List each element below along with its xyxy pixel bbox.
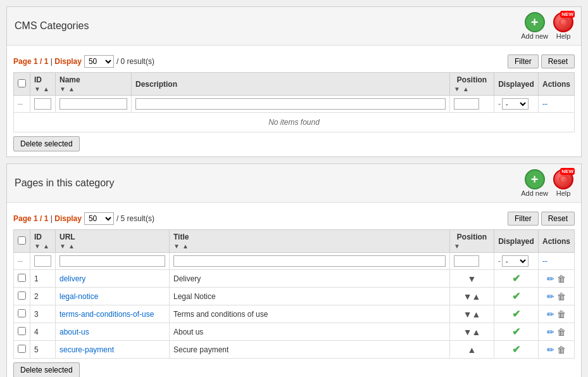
add-new-label: Add new	[521, 32, 548, 40]
row-url-cell: terms-and-conditions-of-use	[56, 305, 170, 323]
row-displayed-cell: ✔	[494, 341, 538, 359]
filter-actions-dash-2[interactable]: --	[542, 257, 547, 265]
row-url-link[interactable]: terms-and-conditions-of-use	[59, 310, 154, 319]
sort-name-desc-1[interactable]: ▲	[68, 86, 75, 93]
filter-pos-cell-1	[449, 96, 494, 113]
delete-button[interactable]: 🗑	[557, 274, 566, 284]
sort-name-asc-1[interactable]: ▼	[59, 86, 66, 93]
cms-categories-panel: CMS Categories + Add new ⭕ NEW Help	[6, 6, 582, 157]
sort-url-asc-2[interactable]: ▼	[59, 243, 66, 250]
filter-name-input-1[interactable]	[59, 98, 127, 110]
display-select-2[interactable]: 50 20 100	[84, 212, 114, 225]
row-url-cell: about-us	[56, 323, 170, 341]
edit-button[interactable]: ✏	[547, 327, 554, 337]
filter-title-cell-2	[170, 253, 450, 270]
position-down-icon[interactable]: ▼	[463, 291, 472, 302]
filter-dash-cell-1: --	[14, 96, 30, 113]
help-button-2[interactable]: ⭕ NEW Help	[553, 169, 573, 197]
edit-button[interactable]: ✏	[547, 309, 554, 319]
delete-selected-button-2[interactable]: Delete selected	[13, 362, 80, 377]
row-checkbox-1[interactable]	[18, 291, 26, 300]
row-position-cell: ▲	[449, 341, 494, 359]
filter-id-input-1[interactable]	[34, 98, 51, 110]
row-action-links: ✏🗑	[542, 291, 570, 302]
position-up-icon[interactable]: ▲	[468, 345, 477, 355]
filter-actions-dash-1[interactable]: --	[542, 99, 547, 108]
row-checkbox-2[interactable]	[18, 309, 26, 317]
delete-button[interactable]: 🗑	[557, 345, 566, 355]
th-title-label-2: Title	[173, 233, 446, 241]
filter-actions-cell-1: --	[538, 96, 574, 113]
delete-button[interactable]: 🗑	[557, 291, 566, 302]
row-url-link[interactable]: legal-notice	[59, 292, 98, 301]
row-url-link[interactable]: secure-payment	[59, 345, 114, 354]
table-row: 3terms-and-conditions-of-useTerms and co…	[14, 305, 575, 323]
position-down-icon[interactable]: ▼	[468, 274, 477, 284]
sort-pos-asc-1[interactable]: ▼	[454, 86, 460, 93]
filter-title-input-2[interactable]	[173, 255, 446, 267]
row-url-link[interactable]: delivery	[59, 274, 85, 283]
filter-name-cell-1	[56, 96, 132, 113]
help-button[interactable]: ⭕ NEW Help	[553, 12, 573, 40]
filter-desc-cell-1	[132, 96, 450, 113]
edit-button[interactable]: ✏	[547, 274, 554, 284]
filter-pos-input-1[interactable]	[454, 98, 479, 110]
filter-row-2: -- - - Yes No	[14, 253, 575, 270]
help-icon: ⭕ NEW	[553, 12, 573, 32]
sort-id-desc-1[interactable]: ▲	[43, 86, 49, 93]
position-up-icon[interactable]: ▲	[472, 327, 480, 337]
filter-pos-input-2[interactable]	[454, 255, 479, 267]
sort-title-desc-2[interactable]: ▲	[182, 243, 189, 250]
sort-id-desc-2[interactable]: ▲	[43, 243, 49, 250]
row-action-links: ✏🗑	[542, 274, 570, 284]
filter-url-cell-2	[56, 253, 170, 270]
select-all-checkbox-2[interactable]	[18, 236, 26, 245]
add-icon-2: +	[525, 169, 545, 189]
th-position-label-2: Position	[454, 233, 490, 241]
row-displayed-cell: ✔	[494, 270, 538, 288]
pages-category-table: ID ▼ ▲ URL ▼	[13, 229, 575, 359]
displayed-select-filter-1[interactable]: - Yes No	[502, 98, 529, 110]
add-new-button-2[interactable]: + Add new	[521, 169, 548, 197]
filter-button-1[interactable]: Filter	[508, 54, 539, 68]
sort-title-asc-2[interactable]: ▼	[173, 243, 180, 250]
displayed-select-filter-2[interactable]: - Yes No	[502, 255, 529, 267]
edit-button[interactable]: ✏	[547, 345, 554, 355]
sort-url-desc-2[interactable]: ▲	[68, 243, 75, 250]
filter-disp-cell-2: - - Yes No	[494, 253, 538, 270]
position-up-icon[interactable]: ▲	[472, 291, 480, 302]
sort-id-asc-2[interactable]: ▼	[34, 243, 41, 250]
display-select-1[interactable]: 50 20 100	[84, 55, 114, 68]
row-url-link[interactable]: about-us	[59, 328, 89, 336]
delete-selected-button-1[interactable]: Delete selected	[13, 136, 80, 151]
row-checkbox-0[interactable]	[18, 274, 26, 282]
page-total-2: 1	[44, 214, 49, 223]
filter-disp-cell-1: - - Yes No	[494, 96, 538, 113]
sort-pos-asc-2[interactable]: ▼	[454, 243, 460, 250]
delete-button[interactable]: 🗑	[557, 309, 566, 319]
position-down-icon[interactable]: ▼	[463, 309, 472, 319]
pages-category-body: Page 1 / 1 | Display 50 20 100 / 5 resul…	[7, 203, 581, 377]
select-all-checkbox-1[interactable]	[18, 79, 26, 87]
row-checkbox-4[interactable]	[18, 345, 26, 353]
reset-button-1[interactable]: Reset	[541, 54, 575, 68]
sort-pos-desc-1[interactable]: ▲	[463, 86, 469, 93]
filter-url-input-2[interactable]	[59, 255, 165, 267]
page-sep-1: /	[40, 57, 42, 66]
sort-id-asc-1[interactable]: ▼	[34, 86, 41, 93]
reset-button-2[interactable]: Reset	[541, 212, 575, 226]
cms-categories-table: ID ▼ ▲ Name ▼	[13, 72, 575, 132]
th-url-label-2: URL	[59, 233, 165, 241]
filter-id-input-2[interactable]	[34, 255, 51, 267]
position-down-icon[interactable]: ▼	[463, 327, 472, 337]
row-title-cell: Secure payment	[170, 341, 450, 359]
add-new-button[interactable]: + Add new	[521, 12, 548, 40]
row-action-links: ✏🗑	[542, 309, 570, 319]
row-checkbox-3[interactable]	[18, 327, 26, 335]
position-up-icon[interactable]: ▲	[472, 309, 480, 319]
filter-button-2[interactable]: Filter	[508, 212, 539, 226]
delete-button[interactable]: 🗑	[557, 327, 566, 337]
edit-button[interactable]: ✏	[547, 291, 554, 302]
displayed-check-icon: ✔	[512, 326, 520, 337]
filter-desc-input-1[interactable]	[135, 98, 446, 110]
